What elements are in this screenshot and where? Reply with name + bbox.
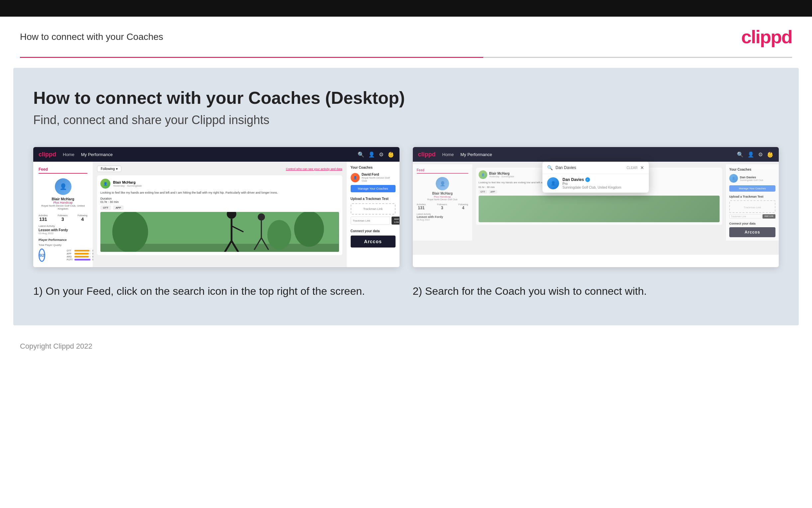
latest-activity-label: Latest Activity bbox=[39, 224, 87, 227]
following-row: Following ▾ Control who can see your act… bbox=[97, 166, 342, 172]
search-icon-right[interactable]: 🔍 bbox=[737, 152, 744, 158]
screenshots-row: clippd Home My Performance 🔍 👤 ⚙ 👶 Feed … bbox=[33, 147, 779, 267]
bg-post-avatar: 👤 bbox=[479, 170, 487, 179]
following-button[interactable]: Following ▾ bbox=[97, 166, 121, 172]
control-link[interactable]: Control who can see your activity and da… bbox=[286, 167, 342, 171]
post-name: Blair McHarg bbox=[113, 180, 142, 184]
bg-post-name: Blair McHarg bbox=[489, 172, 515, 175]
settings-icon[interactable]: ⚙ bbox=[379, 152, 384, 158]
bg-coach-club: Sunningdale Golf Club bbox=[740, 179, 763, 181]
caption-box-2: 2) Search for the Coach you wish to conn… bbox=[413, 284, 779, 299]
app-body-left: Feed 👤 Blair McHarg Plus Handicap Royal … bbox=[33, 162, 399, 267]
nav-performance-right[interactable]: My Performance bbox=[460, 152, 492, 157]
coach-avatar-left: 👤 bbox=[351, 173, 360, 182]
footer: Copyright Clippd 2022 bbox=[0, 335, 812, 357]
following-btn-label: Following bbox=[101, 167, 115, 171]
bg-coach-avatar: 👤 bbox=[729, 174, 738, 183]
result-club: Sunningdale Golf Club, United Kingdom bbox=[562, 186, 621, 189]
activity-date: 03 Aug 2022 bbox=[39, 232, 87, 235]
clear-button[interactable]: CLEAR bbox=[626, 166, 637, 170]
ott-button[interactable]: OTT bbox=[100, 206, 111, 210]
caption-box-1: 1) On your Feed, click on the search ico… bbox=[33, 284, 399, 299]
bg-trackman-box: Trackman Link bbox=[729, 200, 775, 213]
bg-sidebar: Feed 👤 Blair McHarg Plus Handicap Royal … bbox=[413, 164, 473, 241]
bg-name: Blair McHarg bbox=[417, 192, 468, 195]
duration-label: Duration bbox=[100, 197, 112, 200]
duration-value: 01 hr : 30 min bbox=[100, 200, 118, 204]
trackman-input[interactable] bbox=[351, 217, 390, 224]
bg-post-meta: Yesterday · Sunningdale bbox=[489, 175, 515, 178]
bg-trackman-label: Trackman Link bbox=[744, 206, 761, 209]
user-icon-right[interactable]: 👤 bbox=[748, 152, 754, 158]
nav-icons-left: 🔍 👤 ⚙ 👶 bbox=[357, 152, 394, 158]
bg-user-mini: 👤 Blair McHarg Plus Handicap Royal North… bbox=[417, 177, 468, 201]
avatar-icon[interactable]: 👶 bbox=[388, 152, 394, 158]
stats-row: Activities 131 Followers 3 Following 4 bbox=[39, 214, 87, 222]
bg-trackman-row: Trackman Link Add Link bbox=[729, 214, 775, 219]
bg-handicap: Plus Handicap bbox=[417, 195, 468, 198]
app-body-right: 🔍 Dan Davies CLEAR ✕ 👤 Dan Davies ✓ bbox=[413, 162, 779, 255]
svg-point-2 bbox=[112, 212, 148, 252]
manage-coaches-button[interactable]: Manage Your Coaches bbox=[351, 185, 395, 192]
bg-activity-name: Lesson with Fordy bbox=[417, 215, 468, 219]
svg-point-3 bbox=[294, 212, 324, 247]
coaches-title-left: Your Coaches bbox=[351, 166, 395, 169]
result-name: Dan Davies bbox=[562, 177, 584, 182]
app-button[interactable]: APP bbox=[113, 206, 124, 210]
bar-app: APP 85 bbox=[66, 253, 95, 255]
search-icon-overlay: 🔍 bbox=[547, 165, 553, 170]
post-avatar: 👤 bbox=[100, 179, 110, 188]
coach-club-left: Royal North Devon Golf Club bbox=[362, 176, 395, 182]
nav-home-right[interactable]: Home bbox=[442, 152, 454, 157]
post-duration: Duration 01 hr : 30 min bbox=[100, 197, 339, 204]
add-link-button[interactable]: Add Link bbox=[391, 217, 399, 224]
bg-connect-title: Connect your data bbox=[729, 222, 775, 225]
post-user-row: 👤 Blair McHarg Yesterday · Sunningdale bbox=[100, 179, 339, 188]
search-input-row: 🔍 Dan Davies CLEAR ✕ bbox=[542, 162, 649, 174]
main-title: How to connect with your Coaches (Deskto… bbox=[33, 88, 779, 108]
verified-badge: ✓ bbox=[585, 177, 590, 182]
svg-point-10 bbox=[258, 213, 265, 220]
settings-icon-right[interactable]: ⚙ bbox=[758, 152, 763, 158]
coach-item-left: 👤 David Ford Royal North Devon Golf Club bbox=[351, 173, 395, 182]
perf-bars: OTT 90 APP 85 ARG bbox=[66, 250, 95, 261]
arccos-button[interactable]: Arccos bbox=[351, 236, 395, 248]
perf-title: Player Performance bbox=[39, 238, 87, 242]
search-result[interactable]: 👤 Dan Davies ✓ Pro Sunningdale Golf Club… bbox=[542, 174, 649, 193]
close-icon[interactable]: ✕ bbox=[640, 165, 644, 170]
avatar-icon-right[interactable]: 👶 bbox=[767, 152, 773, 158]
coach-name-left: David Ford bbox=[362, 173, 395, 176]
header-divider bbox=[20, 57, 792, 58]
header: How to connect with your Coaches clippd bbox=[0, 17, 812, 57]
bg-feed-tab: Feed bbox=[417, 168, 468, 174]
trackman-placeholder: Trackman Link bbox=[355, 207, 391, 211]
feed-tab[interactable]: Feed bbox=[39, 167, 87, 174]
app-sidebar-left: Feed 👤 Blair McHarg Plus Handicap Royal … bbox=[33, 162, 93, 267]
followers-label: Followers bbox=[58, 214, 68, 217]
screenshot-right: clippd Home My Performance 🔍 👤 ⚙ 👶 🔍 bbox=[413, 147, 779, 267]
post-image bbox=[100, 212, 339, 252]
user-profile-mini: 👤 Blair McHarg Plus Handicap Royal North… bbox=[39, 178, 87, 210]
bg-coaches: Your Coaches 👤 Dan Davies Sunningdale Go… bbox=[726, 164, 779, 241]
svg-point-4 bbox=[267, 220, 291, 250]
post-card: 👤 Blair McHarg Yesterday · Sunningdale L… bbox=[97, 175, 342, 255]
bg-activity-label: Latest Activity bbox=[417, 213, 468, 215]
clippd-logo: clippd bbox=[741, 26, 792, 48]
player-perf: Player Performance Total Player Quality … bbox=[39, 238, 87, 262]
copyright-text: Copyright Clippd 2022 bbox=[20, 342, 92, 350]
nav-home-left[interactable]: Home bbox=[63, 152, 75, 157]
nav-logo-left: clippd bbox=[39, 151, 56, 158]
nav-performance-left[interactable]: My Performance bbox=[81, 152, 113, 157]
profile-handicap: Plus Handicap bbox=[39, 201, 87, 204]
upload-title: Upload a Trackman Test bbox=[351, 197, 395, 201]
top-bar bbox=[0, 0, 812, 17]
bg-manage-btn[interactable]: Manage Your Coaches bbox=[729, 185, 775, 192]
search-icon[interactable]: 🔍 bbox=[357, 152, 364, 158]
bg-club: Royal North Devon Golf Club bbox=[417, 198, 468, 201]
nav-icons-right: 🔍 👤 ⚙ 👶 bbox=[737, 152, 773, 158]
bg-coach-name: Dan Davies bbox=[740, 176, 763, 179]
connect-title: Connect your data bbox=[351, 229, 395, 233]
profile-club: Royal North Devon Golf Club, United King… bbox=[39, 204, 87, 210]
user-icon[interactable]: 👤 bbox=[368, 152, 375, 158]
followers-value: 3 bbox=[58, 217, 68, 222]
